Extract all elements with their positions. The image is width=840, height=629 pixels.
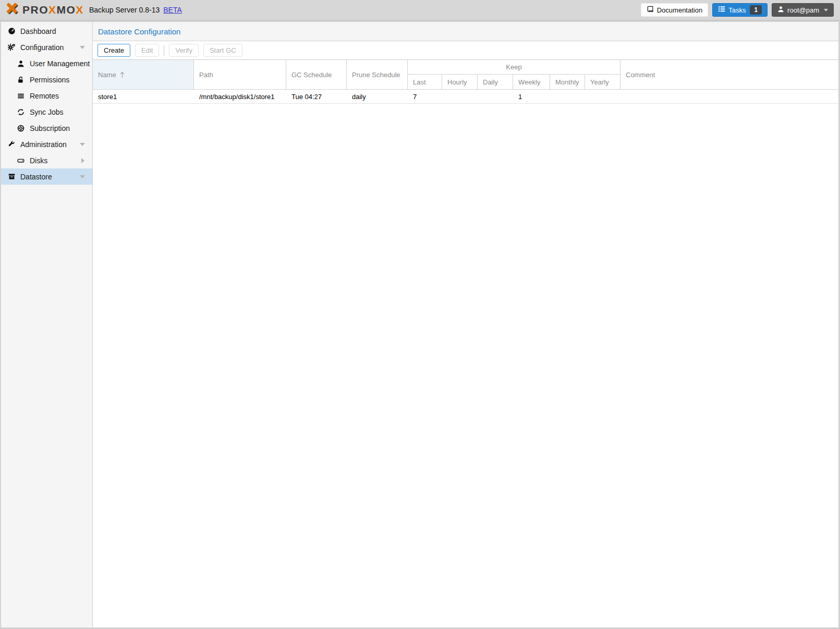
user-menu-button[interactable]: root@pam — [772, 3, 834, 17]
cell-keep-weekly: 1 — [513, 90, 550, 103]
table-header: Name Path GC Schedule Prune Schedule Kee… — [93, 60, 838, 90]
table-row[interactable]: store1 /mnt/backup/disk1/store1 Tue 04:2… — [93, 90, 838, 104]
chevron-down-icon — [80, 46, 85, 49]
chevron-down-icon — [80, 175, 85, 178]
sort-ascending-icon — [119, 71, 125, 78]
sync-icon — [17, 108, 25, 116]
sidebar-item-permissions[interactable]: Permissions — [1, 71, 92, 88]
cell-gc-schedule: Tue 04:27 — [286, 90, 347, 103]
topbar-actions: Documentation Tasks 1 root@pam — [641, 3, 834, 17]
cell-path: /mnt/backup/disk1/store1 — [194, 90, 286, 103]
sidebar-item-sync-jobs[interactable]: Sync Jobs — [1, 104, 92, 120]
chevron-down-icon — [80, 143, 85, 146]
sidebar-item-administration[interactable]: Administration — [1, 136, 92, 152]
column-header-keep-daily[interactable]: Daily — [478, 75, 513, 89]
sidebar-item-remotes[interactable]: Remotes — [1, 88, 92, 104]
column-header-path[interactable]: Path — [194, 60, 286, 89]
cell-prune-schedule: daily — [347, 90, 408, 103]
verify-button[interactable]: Verify — [169, 44, 199, 57]
dashboard-icon — [7, 27, 16, 35]
toolbar: Create Edit Verify Start GC — [93, 41, 838, 60]
wrench-icon — [7, 140, 16, 149]
column-header-keep-last[interactable]: Last — [408, 75, 442, 89]
column-header-keep-weekly[interactable]: Weekly — [513, 75, 550, 89]
column-header-keep-monthly[interactable]: Monthly — [550, 75, 585, 89]
hdd-icon — [17, 156, 25, 165]
topbar: PROXMOX Backup Server 0.8-13 BETA Docume… — [0, 0, 840, 21]
proxmox-logo: PROXMOX — [6, 2, 84, 18]
panel-titlebar: Datastore Configuration — [93, 22, 838, 41]
column-group-keep: Keep — [408, 60, 620, 75]
beta-link[interactable]: BETA — [163, 6, 182, 14]
chevron-down-icon — [824, 9, 828, 11]
unlock-icon — [17, 76, 25, 84]
cell-keep-last: 7 — [408, 90, 442, 103]
edit-button[interactable]: Edit — [135, 44, 159, 57]
task-list-icon — [718, 6, 725, 14]
toolbar-separator — [164, 45, 164, 56]
proxmox-x-icon — [6, 2, 20, 18]
sidebar-item-configuration[interactable]: Configuration — [1, 39, 92, 55]
user-icon — [17, 59, 25, 68]
page-title: Datastore Configuration — [98, 27, 180, 36]
column-header-keep-hourly[interactable]: Hourly — [442, 75, 478, 89]
sidebar: Dashboard Configuration User Management … — [1, 22, 93, 627]
cell-keep-yearly — [585, 90, 620, 103]
sidebar-item-datastore[interactable]: Datastore — [1, 168, 92, 185]
column-header-comment[interactable]: Comment — [620, 60, 838, 89]
column-header-keep-yearly[interactable]: Yearly — [585, 75, 620, 89]
cell-keep-hourly — [442, 90, 478, 103]
sidebar-item-subscription[interactable]: Subscription — [1, 120, 92, 136]
archive-icon — [7, 173, 16, 181]
support-icon — [17, 124, 25, 132]
user-icon — [777, 6, 784, 14]
sidebar-item-user-management[interactable]: User Management — [1, 55, 92, 71]
cell-comment — [620, 90, 838, 103]
cell-keep-daily — [478, 90, 513, 103]
tasks-count-badge: 1 — [750, 5, 762, 15]
create-button[interactable]: Create — [98, 44, 130, 57]
main-panel: Datastore Configuration Create Edit Veri… — [93, 22, 838, 627]
tasks-button[interactable]: Tasks 1 — [712, 3, 768, 17]
column-header-gc-schedule[interactable]: GC Schedule — [286, 60, 347, 89]
chevron-right-icon — [81, 158, 84, 163]
book-icon — [647, 6, 654, 15]
sidebar-item-dashboard[interactable]: Dashboard — [1, 23, 92, 39]
cell-name: store1 — [93, 90, 194, 103]
sidebar-item-disks[interactable]: Disks — [1, 152, 92, 168]
table-empty-area — [93, 104, 838, 627]
start-gc-button[interactable]: Start GC — [203, 44, 242, 57]
logo-wordmark: PROXMOX — [22, 4, 84, 16]
product-title: Backup Server 0.8-13 — [89, 6, 160, 14]
column-header-name[interactable]: Name — [93, 60, 194, 89]
content-area: Dashboard Configuration User Management … — [1, 22, 838, 627]
list-icon — [17, 92, 25, 100]
column-header-prune-schedule[interactable]: Prune Schedule — [347, 60, 408, 89]
documentation-button[interactable]: Documentation — [641, 3, 708, 17]
cell-keep-monthly — [550, 90, 585, 103]
gears-icon — [7, 43, 16, 52]
